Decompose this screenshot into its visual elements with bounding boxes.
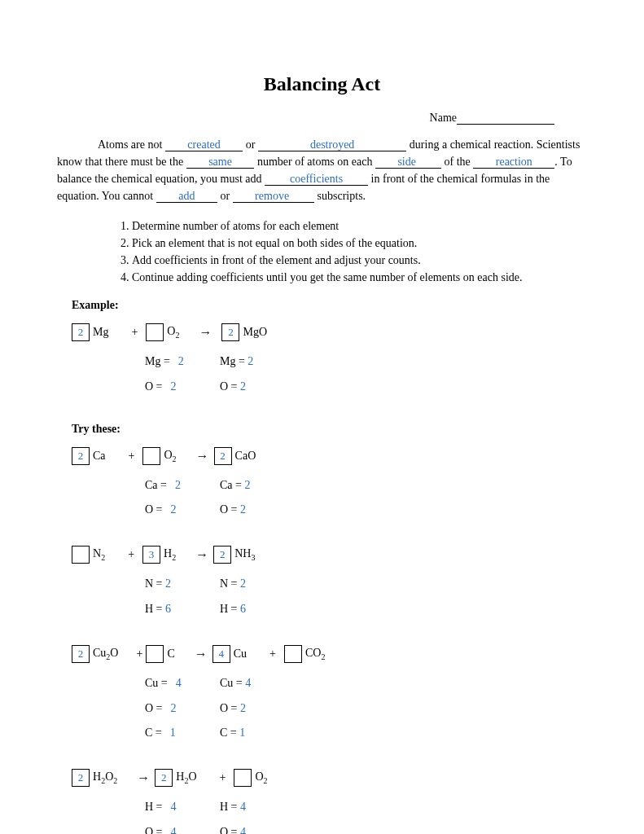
- formula-ca: Ca: [93, 450, 106, 463]
- formula-cu2o: Cu2O: [93, 647, 118, 661]
- coeff-box: [142, 447, 160, 465]
- coeff-box: 2: [72, 769, 90, 787]
- coeff-box: 2: [72, 447, 90, 465]
- formula-co2: CO2: [305, 647, 325, 661]
- fill-add: add: [175, 190, 198, 203]
- formula-n2: N2: [93, 547, 105, 562]
- arrow-icon: →: [195, 647, 208, 661]
- left-counts: Ca =2 O =2: [72, 473, 204, 524]
- formula-cu: Cu: [234, 647, 247, 661]
- step-item: Pick an element that is not equal on bot…: [132, 235, 587, 252]
- equation-block-4: 2Cu2O + C → 4Cu + CO2 Cu =4 O =2 C =1 Cu…: [57, 645, 587, 746]
- step-item: Determine number of atoms for each eleme…: [132, 217, 587, 235]
- right-counts: Cu = 4 O = 2 C = 1: [204, 671, 251, 746]
- formula-o2: O2: [255, 770, 267, 785]
- fill-destroyed: destroyed: [286, 138, 379, 151]
- plus-icon: +: [128, 548, 134, 561]
- coeff-box: 3: [142, 546, 160, 564]
- coeff-box: 2: [72, 323, 90, 341]
- coeff-box: [72, 546, 90, 564]
- formula-o2: O2: [167, 325, 179, 340]
- try-label: Try these:: [72, 423, 587, 436]
- formula-mg: Mg: [93, 326, 108, 339]
- right-counts: N = 2 H = 6: [204, 572, 246, 622]
- plus-icon: +: [136, 647, 142, 661]
- coeff-box: 2: [72, 645, 90, 663]
- arrow-icon: →: [137, 770, 150, 785]
- equation-block-5: 2H2O2 → 2H2O + O2 H =4 O =4 H = 4 O = 4: [57, 769, 587, 834]
- left-counts: H =4 O =4: [72, 795, 204, 834]
- right-counts: Ca = 2 O = 2: [204, 473, 250, 524]
- page-title: Balancing Act: [57, 73, 587, 95]
- left-counts: Mg =2 O =2: [72, 349, 204, 400]
- right-counts: H = 4 O = 4: [204, 795, 246, 834]
- fill-side: side: [394, 156, 419, 169]
- example-label: Example:: [72, 299, 587, 312]
- formula-c: C: [167, 647, 174, 661]
- coeff-box: [234, 769, 252, 787]
- coeff-box: 2: [214, 447, 232, 465]
- step-item: Continue adding coefficients until you g…: [132, 269, 587, 286]
- arrow-icon: →: [195, 547, 208, 562]
- formula-h2: H2: [164, 547, 176, 562]
- coeff-box: [284, 645, 302, 663]
- coeff-box: [146, 323, 164, 341]
- intro-paragraph: Atoms are not .created. or ....destroyed…: [57, 136, 587, 204]
- name-blank: [457, 124, 554, 125]
- coeff-box: 2: [155, 769, 173, 787]
- formula-mgo: MgO: [243, 326, 267, 339]
- plus-icon: +: [269, 647, 276, 661]
- formula-o2: O2: [164, 449, 176, 463]
- fill-remove: remove: [252, 190, 292, 203]
- fill-reaction: reaction: [493, 156, 536, 169]
- arrow-icon: →: [199, 325, 212, 340]
- equation-block-3: N2 + 3H2 → 2NH3 N = 2 H = 6 N = 2 H = 6: [57, 546, 587, 622]
- step-item: Add coefficients in front of the element…: [132, 252, 587, 269]
- steps-list: Determine number of atoms for each eleme…: [132, 217, 587, 286]
- plus-icon: +: [131, 326, 138, 339]
- intro-text: Atoms are not: [98, 138, 165, 151]
- plus-icon: +: [220, 771, 226, 784]
- coeff-box: 2: [213, 546, 231, 564]
- coeff-box: 2: [221, 323, 239, 341]
- coeff-box: 4: [212, 645, 230, 663]
- equation-row: 2Cu2O + C → 4Cu + CO2: [72, 645, 587, 663]
- formula-nh3: NH3: [234, 547, 255, 562]
- fill-created: created: [184, 138, 223, 151]
- formula-h2o: H2O: [176, 770, 196, 785]
- equation-row: 2Ca + O2 → 2CaO: [72, 447, 587, 465]
- arrow-icon: →: [196, 449, 209, 463]
- right-counts: Mg = 2 O = 2: [204, 349, 253, 400]
- name-field-row: Name: [57, 112, 587, 125]
- fill-coefficients: coefficients: [287, 173, 346, 186]
- equation-row: N2 + 3H2 → 2NH3: [72, 546, 587, 564]
- formula-cao: CaO: [235, 450, 256, 463]
- equation-block-1: 2Mg + O2 → 2MgO Mg =2 O =2 Mg = 2 O = 2: [57, 323, 587, 400]
- equation-block-2: 2Ca + O2 → 2CaO Ca =2 O =2 Ca = 2 O = 2: [57, 447, 587, 524]
- equation-row: 2Mg + O2 → 2MgO: [72, 323, 587, 341]
- name-label: Name: [430, 112, 457, 124]
- left-counts: N = 2 H = 6: [72, 572, 204, 622]
- formula-h2o2: H2O2: [93, 770, 117, 785]
- left-counts: Cu =4 O =2 C =1: [72, 671, 204, 746]
- plus-icon: +: [129, 450, 135, 463]
- fill-same: same: [205, 156, 235, 169]
- equation-row: 2H2O2 → 2H2O + O2: [72, 769, 587, 787]
- coeff-box: [146, 645, 164, 663]
